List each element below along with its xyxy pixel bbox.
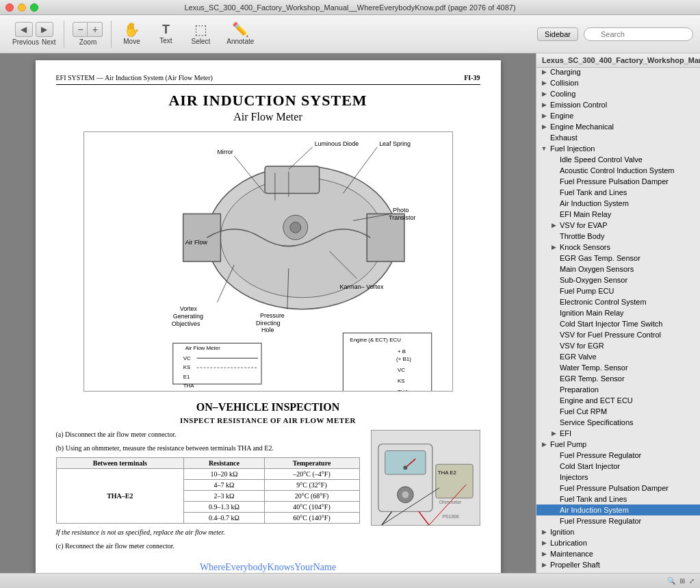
previous-button[interactable]: ◀ [15,22,33,37]
svg-point-53 [403,465,407,470]
sidebar-item-39[interactable]: Service Specifications [536,417,700,428]
svg-text:+ B: + B [398,348,406,355]
sidebar-item-16[interactable]: Acoustic Control Induction System [536,165,700,176]
sidebar-item-23[interactable]: ▶Knock Sensors [536,242,700,253]
sidebar-item-47[interactable]: Air Induction System [536,504,700,515]
svg-text:Transistor: Transistor [389,214,415,221]
inspection-content: (a) Disconnect the air flow meter connec… [56,430,480,555]
next-button[interactable]: ▶ [36,22,53,37]
sidebar-item-10[interactable]: ▶Emission Control [536,99,700,110]
sidebar-item-45[interactable]: Fuel Pressure Pulsation Damper [536,483,700,494]
sidebar-item-30[interactable]: Cold Start Injector Time Switch [536,318,700,329]
res-0: 10–20 kΩ [184,469,264,480]
sidebar-item-11[interactable]: ▶Engine [536,110,700,121]
sidebar-item-15[interactable]: Idle Speed Control Valve [536,154,700,165]
note-text: If the resistance is not as specified, r… [56,528,360,537]
annotate-tool[interactable]: ✏️ Annotate [218,20,262,48]
sidebar-item-22[interactable]: Throttle Body [536,231,700,242]
sidebar-item-32[interactable]: VSV for EGR [536,340,700,351]
zoom-out-button[interactable]: − [73,22,88,37]
zoom-label: Zoom [79,38,97,46]
sidebar-tree[interactable]: ▶Introduction▶Air Conditioning▶ABS▶Autom… [536,68,700,573]
sidebar-item-24[interactable]: EGR Gas Temp. Sensor [536,253,700,264]
svg-text:Pressure: Pressure [260,312,285,319]
col-between: Between terminals [56,458,184,469]
tree-arrow-40: ▶ [549,430,558,437]
move-icon: ✋ [123,23,140,36]
sidebar-item-36[interactable]: Preparation [536,384,700,395]
sidebar-item-19[interactable]: Air Induction System [536,198,700,209]
sidebar-item-label-33: EGR Valve [558,352,598,361]
sidebar-item-label-40: EFI [558,429,573,438]
tree-arrow-10: ▶ [539,101,549,108]
sidebar-item-12[interactable]: ▶Engine Mechanical [536,121,700,132]
sidebar-item-43[interactable]: Cold Start Injector [536,461,700,472]
sidebar-item-42[interactable]: Fuel Pressure Regulator [536,450,700,461]
tree-arrow-11: ▶ [539,112,549,119]
sidebar-item-18[interactable]: Fuel Tank and Lines [536,187,700,198]
svg-text:KS: KS [183,364,190,370]
sidebar-item-20[interactable]: EFI Main Relay [536,209,700,220]
move-label: Move [123,38,140,45]
sidebar-item-44[interactable]: Injectors [536,472,700,483]
res-3: 0.9–1.3 kΩ [184,502,264,513]
maximize-button[interactable] [30,3,38,12]
tree-arrow-14: ▼ [539,145,549,152]
sidebar-item-28[interactable]: Electronic Control System [536,296,700,307]
close-button[interactable] [5,3,14,12]
sidebar-item-17[interactable]: Fuel Pressure Pulsation Damper [536,176,700,187]
zoom-in-button[interactable]: + [88,22,103,37]
sidebar-item-label-46: Fuel Tank and Lines [558,494,628,504]
sidebar-item-35[interactable]: EGR Temp. Sensor [536,373,700,384]
sidebar-item-label-14: Fuel Injection [549,144,596,153]
sidebar-item-27[interactable]: Fuel Pump ECU [536,285,700,296]
sidebar-item-33[interactable]: EGR Valve [536,351,700,362]
sidebar-item-25[interactable]: Main Oxygen Sensors [536,264,700,274]
sidebar-item-label-41: Fuel Pump [549,439,588,449]
tree-arrow-41: ▶ [539,441,549,448]
sidebar-item-label-37: Engine and ECT ECU [558,396,634,405]
sidebar-item-9[interactable]: ▶Cooling [536,88,700,99]
move-tool[interactable]: ✋ Move [114,20,148,48]
sidebar-item-37[interactable]: Engine and ECT ECU [536,395,700,406]
svg-text:THA  E2: THA E2 [437,470,456,476]
window-controls[interactable] [5,3,38,12]
sidebar-item-7[interactable]: ▶Charging [536,68,700,77]
step-a: (a) Disconnect the air flow meter connec… [56,430,360,439]
sidebar-item-34[interactable]: Water Temp. Sensor [536,362,700,373]
row-label: THA–E2 [56,469,184,524]
sidebar-button[interactable]: Sidebar [537,27,578,41]
sidebar-item-46[interactable]: Fuel Tank and Lines [536,494,700,504]
pdf-viewer[interactable]: EFI SYSTEM — Air Induction System (Air F… [0,53,536,573]
temp-3: 40°C (104°F) [264,502,359,513]
sidebar-item-29[interactable]: Ignition Main Relay [536,307,700,318]
search-input[interactable] [584,27,693,41]
page-number: FI-39 [464,74,480,81]
minimize-button[interactable] [18,3,26,12]
annotate-icon: ✏️ [232,23,249,36]
sidebar-item-49[interactable]: ▶Ignition [536,526,700,537]
sidebar-item-14[interactable]: ▼Fuel Injection [536,143,700,154]
sidebar-item-31[interactable]: VSV for Fuel Pressure Control [536,329,700,340]
select-tool[interactable]: ⬚ Select [183,20,218,48]
svg-rect-2 [183,214,220,261]
sidebar-item-41[interactable]: ▶Fuel Pump [536,439,700,450]
sidebar-item-50[interactable]: ▶Lubrication [536,537,700,548]
main-area: EFI SYSTEM — Air Induction System (Air F… [0,53,700,573]
fit-icon: ⤢ [689,577,695,585]
sidebar-item-label-36: Preparation [558,385,600,394]
sidebar-item-52[interactable]: ▶Propeller Shaft [536,559,700,570]
sidebar-item-13[interactable]: Exhaust [536,132,700,143]
sidebar-item-40[interactable]: ▶EFI [536,428,700,439]
toolbar: ◀ ▶ Previous Next − + Zoom ✋ Move T Text… [0,15,700,53]
text-tool[interactable]: T Text [148,21,183,47]
sidebar-item-38[interactable]: Fuel Cut RPM [536,406,700,417]
sidebar-item-21[interactable]: ▶VSV for EVAP [536,220,700,231]
sidebar-item-label-23: Knock Sensors [558,242,612,252]
sidebar-item-26[interactable]: Sub-Oxygen Sensor [536,274,700,285]
step-c-text: (c) Reconnect the air flow meter connect… [56,541,175,551]
svg-text:Leaf Spring: Leaf Spring [379,140,411,147]
sidebar-item-48[interactable]: Fuel Pressure Regulator [536,515,700,526]
sidebar-item-8[interactable]: ▶Collision [536,77,700,88]
sidebar-item-51[interactable]: ▶Maintenance [536,548,700,559]
